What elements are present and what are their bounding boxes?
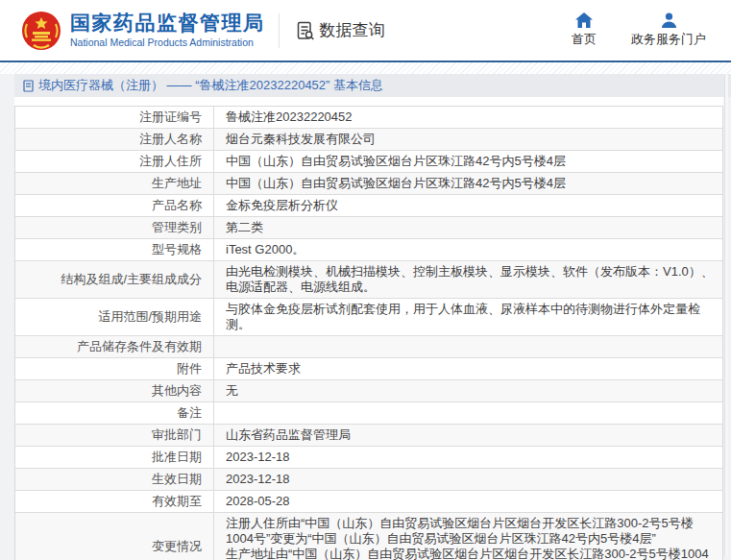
row-label: 有效期至 (15, 491, 214, 512)
row-label: 审批部门 (15, 425, 214, 446)
site-title-block: 国家药品监督管理局 National Medical Products Admi… (70, 12, 265, 47)
row-value: 烟台元秦科技发展有限公司 (214, 129, 722, 150)
row-label: 注册人住所 (15, 151, 214, 172)
table-row-management-class: 管理类别 第二类 (15, 216, 722, 238)
breadcrumb-text: 境内医疗器械（注册） —— “鲁械注准20232220452” 基本信息 (38, 77, 383, 94)
row-label: 附件 (15, 358, 214, 379)
row-label: 适用范围/预期用途 (15, 299, 214, 335)
user-icon (661, 12, 677, 28)
change-line-2: 生产地址由“中国（山东）自由贸易试验区烟台片区烟台开发区长江路300-2号5号楼… (226, 547, 715, 560)
national-emblem-icon (21, 11, 61, 51)
table-row-attachments: 附件 产品技术要求 (15, 357, 722, 379)
data-query-label: 数据查询 (320, 19, 385, 41)
row-value: 2023-12-18 (214, 469, 722, 490)
table-row-approval-date: 批准日期 2023-12-18 (15, 446, 722, 468)
row-value: 鲁械注准20232220452 (214, 107, 722, 128)
table-row-product-name: 产品名称 金标免疫层析分析仪 (15, 194, 722, 216)
row-value: 金标免疫层析分析仪 (214, 195, 722, 216)
row-label: 备注 (15, 402, 214, 424)
row-value (214, 405, 722, 422)
nav-gov-portal[interactable]: 政务服务门户 (631, 12, 706, 48)
nav-home[interactable]: 首页 (572, 12, 597, 48)
table-row-approval-department: 审批部门 山东省药品监督管理局 (15, 424, 722, 446)
registration-info-table: 注册证编号 鲁械注准20232220452 注册人名称 烟台元秦科技发展有限公司… (14, 106, 723, 560)
nav-gov-portal-label: 政务服务门户 (631, 31, 706, 48)
nav-home-label: 首页 (572, 31, 597, 48)
site-subtitle: National Medical Products Administration (70, 37, 265, 48)
card-gap (14, 97, 723, 106)
row-label: 注册人名称 (15, 129, 214, 150)
row-label: 产品储存条件及有效期 (15, 336, 214, 357)
row-label: 批准日期 (15, 447, 214, 468)
row-label: 管理类别 (15, 217, 214, 238)
row-value: 2028-05-28 (214, 491, 722, 512)
row-value: 无 (214, 380, 722, 402)
row-value: 2023-12-18 (214, 447, 722, 468)
document-search-icon (295, 20, 316, 41)
decor-strip (0, 62, 731, 74)
row-value: 由光电检测模块、机械扫描模块、控制主板模块、显示模块、软件（发布版本：V1.0）… (214, 261, 722, 298)
main-content: 境内医疗器械（注册） —— “鲁械注准20232220452” 基本信息 注册证… (0, 74, 731, 560)
site-header: 国家药品监督管理局 National Medical Products Admi… (0, 0, 731, 61)
detail-card: 注册证编号 鲁械注准20232220452 注册人名称 烟台元秦科技发展有限公司… (14, 106, 723, 560)
change-line-1: 注册人住所由“中国（山东）自由贸易试验区烟台片区烟台开发区长江路300-2号5号… (226, 516, 715, 547)
row-value: 中国（山东）自由贸易试验区烟台片区珠江路42号内5号楼4层 (214, 151, 722, 172)
table-row-intended-use: 适用范围/预期用途 与胶体金免疫层析试剂配套使用，用于人体血液、尿液样本中的待测… (15, 298, 722, 335)
row-label: 结构及组成/主要组成成分 (15, 261, 214, 298)
row-label: 产品名称 (15, 195, 214, 216)
row-label: 变更情况 (15, 513, 214, 560)
table-row-storage-conditions: 产品储存条件及有效期 (15, 335, 722, 357)
header-nav: 首页 政务服务门户 (572, 12, 706, 48)
row-value: 第二类 (214, 217, 722, 238)
table-row-registrant-address: 注册人住所 中国（山东）自由贸易试验区烟台片区珠江路42号内5号楼4层 (15, 150, 722, 172)
row-value: 中国（山东）自由贸易试验区烟台片区珠江路42号内5号楼4层 (214, 173, 722, 194)
row-label: 型号规格 (15, 239, 214, 260)
site-title: 国家药品监督管理局 (70, 12, 265, 34)
header-divider (279, 13, 280, 48)
table-row-production-address: 生产地址 中国（山东）自由贸易试验区烟台片区珠江路42号内5号楼4层 (15, 172, 722, 194)
row-value: 注册人住所由“中国（山东）自由贸易试验区烟台片区烟台开发区长江路300-2号5号… (214, 513, 722, 560)
row-value (214, 339, 722, 355)
table-row-effective-date: 生效日期 2023-12-18 (15, 468, 722, 490)
page-icon (23, 80, 34, 92)
row-label: 生产地址 (15, 173, 214, 194)
data-query-entry[interactable]: 数据查询 (295, 19, 385, 41)
row-value: 山东省药品监督管理局 (214, 425, 722, 446)
table-row-composition: 结构及组成/主要组成成分 由光电检测模块、机械扫描模块、控制主板模块、显示模块、… (15, 260, 722, 298)
home-icon (575, 12, 593, 28)
table-row-cert-number: 注册证编号 鲁械注准20232220452 (15, 107, 722, 128)
scrollbar-track[interactable] (724, 74, 728, 556)
row-value: 与胶体金免疫层析试剂配套使用，用于人体血液、尿液样本中的待测物进行体外定量检测。 (214, 299, 722, 335)
table-row-model-spec: 型号规格 iTest G2000。 (15, 238, 722, 260)
row-label: 生效日期 (15, 469, 214, 490)
table-row-remarks: 备注 (15, 402, 722, 424)
table-row-expiry-date: 有效期至 2028-05-28 (15, 490, 722, 512)
row-value: 产品技术要求 (214, 358, 722, 379)
table-row-registrant-name: 注册人名称 烟台元秦科技发展有限公司 (15, 128, 722, 150)
row-label: 注册证编号 (15, 107, 214, 128)
table-row-other-content: 其他内容 无 (15, 379, 722, 402)
breadcrumb: 境内医疗器械（注册） —— “鲁械注准20232220452” 基本信息 (14, 74, 731, 97)
row-label: 其他内容 (15, 380, 214, 402)
row-value: iTest G2000。 (214, 239, 722, 260)
table-row-change-history: 变更情况 注册人住所由“中国（山东）自由贸易试验区烟台片区烟台开发区长江路300… (15, 512, 722, 560)
